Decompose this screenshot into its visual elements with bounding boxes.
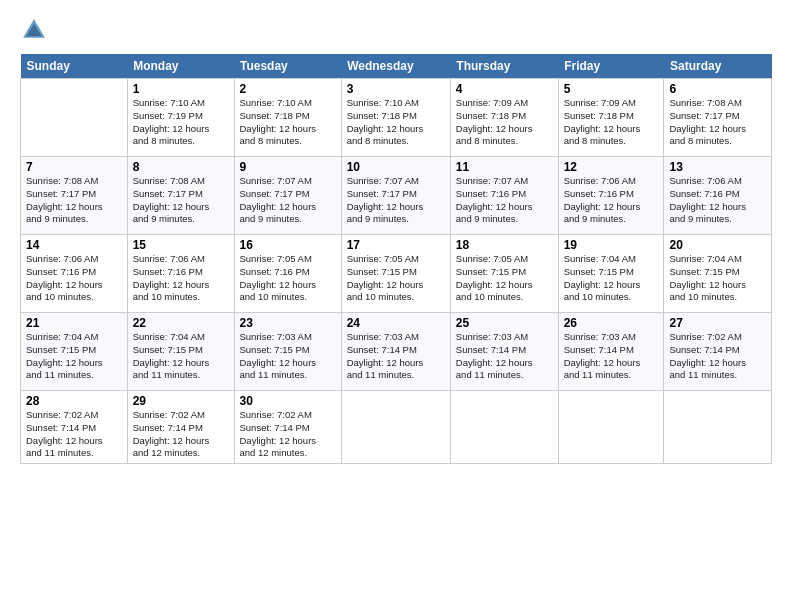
day-cell: 17Sunrise: 7:05 AM Sunset: 7:15 PM Dayli… <box>341 235 450 313</box>
day-cell <box>21 79 128 157</box>
day-cell: 3Sunrise: 7:10 AM Sunset: 7:18 PM Daylig… <box>341 79 450 157</box>
day-cell: 20Sunrise: 7:04 AM Sunset: 7:15 PM Dayli… <box>664 235 772 313</box>
day-cell: 21Sunrise: 7:04 AM Sunset: 7:15 PM Dayli… <box>21 313 128 391</box>
day-cell: 30Sunrise: 7:02 AM Sunset: 7:14 PM Dayli… <box>234 391 341 464</box>
day-cell <box>450 391 558 464</box>
day-info: Sunrise: 7:08 AM Sunset: 7:17 PM Dayligh… <box>133 175 229 226</box>
day-number: 3 <box>347 82 445 96</box>
day-info: Sunrise: 7:08 AM Sunset: 7:17 PM Dayligh… <box>669 97 766 148</box>
day-info: Sunrise: 7:05 AM Sunset: 7:15 PM Dayligh… <box>347 253 445 304</box>
day-number: 21 <box>26 316 122 330</box>
day-info: Sunrise: 7:04 AM Sunset: 7:15 PM Dayligh… <box>564 253 659 304</box>
week-row-0: 1Sunrise: 7:10 AM Sunset: 7:19 PM Daylig… <box>21 79 772 157</box>
day-number: 27 <box>669 316 766 330</box>
day-number: 17 <box>347 238 445 252</box>
week-row-4: 28Sunrise: 7:02 AM Sunset: 7:14 PM Dayli… <box>21 391 772 464</box>
day-cell <box>558 391 664 464</box>
day-cell: 23Sunrise: 7:03 AM Sunset: 7:15 PM Dayli… <box>234 313 341 391</box>
day-cell: 14Sunrise: 7:06 AM Sunset: 7:16 PM Dayli… <box>21 235 128 313</box>
day-info: Sunrise: 7:03 AM Sunset: 7:14 PM Dayligh… <box>347 331 445 382</box>
day-cell: 4Sunrise: 7:09 AM Sunset: 7:18 PM Daylig… <box>450 79 558 157</box>
day-number: 1 <box>133 82 229 96</box>
weekday-header-friday: Friday <box>558 54 664 79</box>
day-info: Sunrise: 7:07 AM Sunset: 7:16 PM Dayligh… <box>456 175 553 226</box>
day-info: Sunrise: 7:10 AM Sunset: 7:19 PM Dayligh… <box>133 97 229 148</box>
weekday-header-monday: Monday <box>127 54 234 79</box>
logo <box>20 16 52 44</box>
day-number: 6 <box>669 82 766 96</box>
day-info: Sunrise: 7:10 AM Sunset: 7:18 PM Dayligh… <box>240 97 336 148</box>
day-cell: 12Sunrise: 7:06 AM Sunset: 7:16 PM Dayli… <box>558 157 664 235</box>
day-cell: 28Sunrise: 7:02 AM Sunset: 7:14 PM Dayli… <box>21 391 128 464</box>
day-cell: 7Sunrise: 7:08 AM Sunset: 7:17 PM Daylig… <box>21 157 128 235</box>
day-cell: 22Sunrise: 7:04 AM Sunset: 7:15 PM Dayli… <box>127 313 234 391</box>
week-row-2: 14Sunrise: 7:06 AM Sunset: 7:16 PM Dayli… <box>21 235 772 313</box>
day-info: Sunrise: 7:03 AM Sunset: 7:14 PM Dayligh… <box>564 331 659 382</box>
day-number: 7 <box>26 160 122 174</box>
day-info: Sunrise: 7:05 AM Sunset: 7:16 PM Dayligh… <box>240 253 336 304</box>
day-number: 22 <box>133 316 229 330</box>
day-number: 23 <box>240 316 336 330</box>
day-info: Sunrise: 7:02 AM Sunset: 7:14 PM Dayligh… <box>240 409 336 460</box>
day-info: Sunrise: 7:06 AM Sunset: 7:16 PM Dayligh… <box>133 253 229 304</box>
day-cell: 26Sunrise: 7:03 AM Sunset: 7:14 PM Dayli… <box>558 313 664 391</box>
header <box>20 16 772 44</box>
day-number: 5 <box>564 82 659 96</box>
day-cell: 5Sunrise: 7:09 AM Sunset: 7:18 PM Daylig… <box>558 79 664 157</box>
weekday-header-sunday: Sunday <box>21 54 128 79</box>
day-number: 26 <box>564 316 659 330</box>
day-cell: 29Sunrise: 7:02 AM Sunset: 7:14 PM Dayli… <box>127 391 234 464</box>
day-number: 28 <box>26 394 122 408</box>
day-cell: 11Sunrise: 7:07 AM Sunset: 7:16 PM Dayli… <box>450 157 558 235</box>
day-cell: 10Sunrise: 7:07 AM Sunset: 7:17 PM Dayli… <box>341 157 450 235</box>
day-number: 24 <box>347 316 445 330</box>
day-info: Sunrise: 7:06 AM Sunset: 7:16 PM Dayligh… <box>669 175 766 226</box>
day-info: Sunrise: 7:03 AM Sunset: 7:15 PM Dayligh… <box>240 331 336 382</box>
day-cell: 1Sunrise: 7:10 AM Sunset: 7:19 PM Daylig… <box>127 79 234 157</box>
day-info: Sunrise: 7:02 AM Sunset: 7:14 PM Dayligh… <box>133 409 229 460</box>
day-info: Sunrise: 7:03 AM Sunset: 7:14 PM Dayligh… <box>456 331 553 382</box>
day-info: Sunrise: 7:04 AM Sunset: 7:15 PM Dayligh… <box>133 331 229 382</box>
weekday-header-thursday: Thursday <box>450 54 558 79</box>
day-info: Sunrise: 7:08 AM Sunset: 7:17 PM Dayligh… <box>26 175 122 226</box>
day-cell: 25Sunrise: 7:03 AM Sunset: 7:14 PM Dayli… <box>450 313 558 391</box>
day-info: Sunrise: 7:05 AM Sunset: 7:15 PM Dayligh… <box>456 253 553 304</box>
day-number: 18 <box>456 238 553 252</box>
day-number: 11 <box>456 160 553 174</box>
weekday-header-tuesday: Tuesday <box>234 54 341 79</box>
day-number: 14 <box>26 238 122 252</box>
day-cell: 6Sunrise: 7:08 AM Sunset: 7:17 PM Daylig… <box>664 79 772 157</box>
day-cell <box>664 391 772 464</box>
day-info: Sunrise: 7:04 AM Sunset: 7:15 PM Dayligh… <box>26 331 122 382</box>
day-cell: 16Sunrise: 7:05 AM Sunset: 7:16 PM Dayli… <box>234 235 341 313</box>
day-number: 20 <box>669 238 766 252</box>
day-cell: 15Sunrise: 7:06 AM Sunset: 7:16 PM Dayli… <box>127 235 234 313</box>
day-number: 30 <box>240 394 336 408</box>
day-cell: 27Sunrise: 7:02 AM Sunset: 7:14 PM Dayli… <box>664 313 772 391</box>
day-number: 9 <box>240 160 336 174</box>
day-cell: 24Sunrise: 7:03 AM Sunset: 7:14 PM Dayli… <box>341 313 450 391</box>
day-cell: 19Sunrise: 7:04 AM Sunset: 7:15 PM Dayli… <box>558 235 664 313</box>
calendar-table: SundayMondayTuesdayWednesdayThursdayFrid… <box>20 54 772 464</box>
day-number: 19 <box>564 238 659 252</box>
day-info: Sunrise: 7:06 AM Sunset: 7:16 PM Dayligh… <box>26 253 122 304</box>
weekday-header-wednesday: Wednesday <box>341 54 450 79</box>
day-cell: 18Sunrise: 7:05 AM Sunset: 7:15 PM Dayli… <box>450 235 558 313</box>
day-cell: 13Sunrise: 7:06 AM Sunset: 7:16 PM Dayli… <box>664 157 772 235</box>
day-cell: 2Sunrise: 7:10 AM Sunset: 7:18 PM Daylig… <box>234 79 341 157</box>
day-number: 16 <box>240 238 336 252</box>
day-cell <box>341 391 450 464</box>
page: SundayMondayTuesdayWednesdayThursdayFrid… <box>0 0 792 612</box>
weekday-header-saturday: Saturday <box>664 54 772 79</box>
day-cell: 9Sunrise: 7:07 AM Sunset: 7:17 PM Daylig… <box>234 157 341 235</box>
day-number: 8 <box>133 160 229 174</box>
day-number: 12 <box>564 160 659 174</box>
day-number: 15 <box>133 238 229 252</box>
day-number: 4 <box>456 82 553 96</box>
day-info: Sunrise: 7:04 AM Sunset: 7:15 PM Dayligh… <box>669 253 766 304</box>
week-row-1: 7Sunrise: 7:08 AM Sunset: 7:17 PM Daylig… <box>21 157 772 235</box>
day-info: Sunrise: 7:07 AM Sunset: 7:17 PM Dayligh… <box>240 175 336 226</box>
weekday-header-row: SundayMondayTuesdayWednesdayThursdayFrid… <box>21 54 772 79</box>
calendar-body: 1Sunrise: 7:10 AM Sunset: 7:19 PM Daylig… <box>21 79 772 464</box>
day-info: Sunrise: 7:02 AM Sunset: 7:14 PM Dayligh… <box>669 331 766 382</box>
